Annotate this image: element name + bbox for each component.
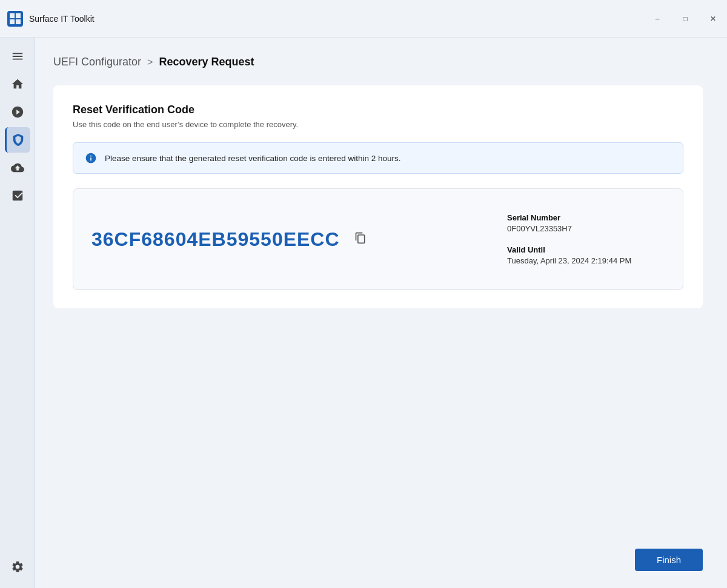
sidebar-item-menu[interactable]	[5, 44, 30, 69]
minimize-button[interactable]: –	[643, 9, 671, 28]
card-subtitle: Use this code on the end user’s device t…	[73, 120, 683, 129]
breadcrumb-parent[interactable]: UEFI Configurator	[53, 56, 141, 68]
serial-number-group: Serial Number 0F00YVL23353H7	[507, 213, 665, 233]
menu-icon	[11, 50, 24, 63]
valid-until-value: Tuesday, April 23, 2024 2:19:44 PM	[507, 256, 665, 265]
card-title: Reset Verification Code	[73, 104, 683, 116]
update-icon	[11, 105, 24, 119]
sidebar-item-settings[interactable]	[5, 554, 30, 580]
serial-number-value: 0F00YVL23353H7	[507, 224, 665, 233]
sidebar-item-deploy[interactable]	[5, 155, 30, 180]
gear-icon	[11, 560, 24, 573]
breadcrumb-separator: >	[147, 57, 153, 68]
sidebar	[0, 38, 35, 588]
code-box: 36CF68604EB59550EECC Serial Number 0F00Y…	[73, 188, 683, 290]
serial-number-label: Serial Number	[507, 213, 665, 222]
info-banner: Please ensure that the generated reset v…	[73, 142, 683, 174]
app-logo	[7, 11, 23, 27]
titlebar: Surface IT Toolkit – □ ✕	[0, 0, 727, 38]
svg-rect-0	[7, 11, 23, 27]
svg-rect-4	[16, 19, 21, 24]
home-icon	[11, 78, 24, 91]
breadcrumb-current: Recovery Request	[159, 56, 254, 68]
deploy-icon	[11, 161, 24, 174]
valid-until-group: Valid Until Tuesday, April 23, 2024 2:19…	[507, 245, 665, 265]
svg-rect-3	[10, 19, 15, 24]
svg-rect-2	[16, 13, 21, 18]
reset-verification-card: Reset Verification Code Use this code on…	[53, 85, 703, 308]
finish-button[interactable]: Finish	[635, 549, 703, 571]
main-content: UEFI Configurator > Recovery Request Res…	[35, 38, 727, 588]
close-button[interactable]: ✕	[699, 9, 727, 28]
info-icon	[84, 151, 98, 165]
window-controls: – □ ✕	[643, 0, 727, 38]
code-right: Serial Number 0F00YVL23353H7 Valid Until…	[507, 213, 665, 265]
verification-code: 36CF68604EB59550EECC	[91, 228, 340, 251]
sidebar-item-home[interactable]	[5, 71, 30, 97]
copy-button[interactable]	[351, 228, 370, 251]
app-title: Surface IT Toolkit	[29, 14, 95, 24]
maximize-button[interactable]: □	[671, 9, 699, 28]
sidebar-item-uefi[interactable]	[5, 127, 30, 153]
info-banner-text: Please ensure that the generated reset v…	[105, 154, 401, 163]
valid-until-label: Valid Until	[507, 245, 665, 254]
sidebar-item-update[interactable]	[5, 99, 30, 125]
diagnostics-icon	[11, 189, 24, 202]
uefi-icon	[12, 133, 25, 147]
code-left: 36CF68604EB59550EECC	[91, 228, 370, 251]
sidebar-item-diagnostics[interactable]	[5, 183, 30, 208]
breadcrumb: UEFI Configurator > Recovery Request	[53, 56, 703, 68]
svg-rect-1	[10, 13, 15, 18]
